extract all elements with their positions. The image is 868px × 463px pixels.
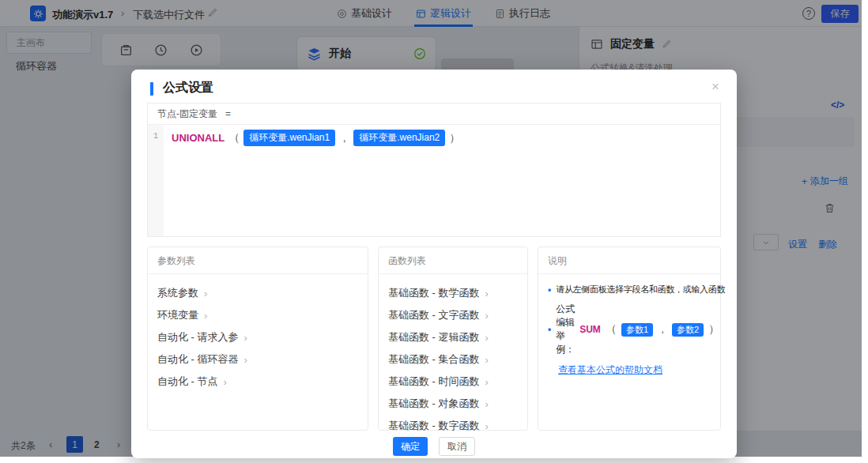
param-item-request-input[interactable]: 自动化 - 请求入参› bbox=[157, 326, 358, 348]
param-item-loop-container[interactable]: 自动化 - 循环容器› bbox=[157, 348, 358, 371]
param-item-label: 自动化 - 请求入参 bbox=[157, 330, 239, 344]
function-list: 基础函数 - 数学函数› 基础函数 - 文字函数› 基础函数 - 逻辑函数› 基… bbox=[379, 274, 527, 445]
function-item-object[interactable]: 基础函数 - 对象函数› bbox=[388, 393, 518, 415]
close-paren: ） bbox=[449, 131, 460, 145]
chevron-right-icon: › bbox=[224, 376, 227, 388]
function-list-panel: 函数列表 基础函数 - 数学函数› 基础函数 - 文字函数› 基础函数 - 逻辑… bbox=[378, 247, 528, 431]
line-number-gutter: 1 bbox=[148, 125, 164, 236]
function-item-math[interactable]: 基础函数 - 数学函数› bbox=[388, 282, 518, 304]
chevron-right-icon: › bbox=[485, 398, 489, 410]
bullet-icon: • bbox=[548, 324, 551, 335]
chevron-right-icon: › bbox=[244, 332, 247, 344]
function-item-time[interactable]: 基础函数 - 时间函数› bbox=[388, 371, 518, 393]
param-item-label: 系统参数 bbox=[157, 286, 198, 300]
formula-editor: 节点-固定变量 = 1 UNIONALL （ 循环变量.wenJian1 ， 循… bbox=[147, 103, 721, 237]
parameter-list: 系统参数› 环境变量› 自动化 - 请求入参› 自动化 - 循环容器› 自动化 … bbox=[148, 274, 368, 401]
parameter-list-panel: 参数列表 系统参数› 环境变量› 自动化 - 请求入参› 自动化 - 循环容器›… bbox=[147, 247, 368, 431]
example-arg-chip: 参数2 bbox=[672, 323, 704, 337]
comma: ， bbox=[658, 323, 667, 337]
function-item-text[interactable]: 基础函数 - 文字函数› bbox=[388, 304, 518, 326]
param-item-label: 环境变量 bbox=[157, 308, 198, 322]
chevron-right-icon: › bbox=[204, 310, 207, 322]
chevron-right-icon: › bbox=[244, 354, 247, 366]
equals-sign: = bbox=[225, 108, 231, 119]
function-item-label: 基础函数 - 数学函数 bbox=[388, 286, 480, 300]
title-accent-bar bbox=[150, 82, 153, 96]
bullet-icon: • bbox=[548, 284, 551, 295]
param-item-node[interactable]: 自动化 - 节点› bbox=[157, 371, 358, 393]
function-item-number[interactable]: 基础函数 - 数字函数› bbox=[388, 415, 518, 437]
modal-footer: 确定 取消 bbox=[131, 437, 737, 456]
panel-title: 参数列表 bbox=[148, 247, 368, 273]
formula-target-label: 节点-固定变量 bbox=[157, 107, 217, 121]
function-item-collection[interactable]: 基础函数 - 集合函数› bbox=[388, 348, 518, 371]
param-item-system[interactable]: 系统参数› bbox=[157, 282, 358, 304]
tip-example-prefix: 公式编辑举例： bbox=[556, 303, 575, 356]
function-item-label: 基础函数 - 数字函数 bbox=[388, 419, 480, 433]
function-item-label: 基础函数 - 文字函数 bbox=[388, 308, 480, 322]
help-tips: • 请从左侧面板选择字段名和函数，或输入函数 • 公式编辑举例： SUM （ 参… bbox=[538, 274, 720, 386]
panel-title: 函数列表 bbox=[379, 247, 527, 273]
tip-line-2: • 公式编辑举例： SUM （ 参数1 ， 参数2 ） bbox=[548, 303, 711, 356]
open-paren: （ bbox=[606, 322, 617, 337]
function-item-label: 基础函数 - 对象函数 bbox=[388, 397, 480, 411]
formula-line: UNIONALL （ 循环变量.wenJian1 ， 循环变量.wenJian2… bbox=[172, 130, 712, 146]
chevron-right-icon: › bbox=[485, 354, 489, 366]
chevron-right-icon: › bbox=[485, 288, 489, 299]
variable-chip[interactable]: 循环变量.wenJian2 bbox=[353, 130, 445, 146]
param-item-label: 自动化 - 循环容器 bbox=[157, 352, 239, 367]
formula-settings-modal: 公式设置 × 节点-固定变量 = 1 UNIONALL （ 循环变量.wenJi… bbox=[131, 70, 737, 458]
confirm-button[interactable]: 确定 bbox=[393, 437, 428, 456]
variable-chip[interactable]: 循环变量.wenJian1 bbox=[243, 130, 335, 146]
code-input[interactable]: UNIONALL （ 循环变量.wenJian1 ， 循环变量.wenJian2… bbox=[164, 125, 720, 236]
function-item-label: 基础函数 - 集合函数 bbox=[388, 352, 480, 367]
function-keyword: UNIONALL bbox=[172, 132, 225, 144]
function-item-label: 基础函数 - 时间函数 bbox=[388, 375, 480, 389]
close-icon[interactable]: × bbox=[711, 80, 719, 93]
function-item-logic[interactable]: 基础函数 - 逻辑函数› bbox=[388, 326, 518, 348]
panel-title: 说明 bbox=[538, 247, 720, 273]
tip-line-1: • 请从左侧面板选择字段名和函数，或输入函数 bbox=[548, 284, 711, 295]
chevron-right-icon: › bbox=[485, 310, 489, 322]
modal-title: 公式设置 bbox=[163, 80, 213, 96]
tip-text: 请从左侧面板选择字段名和函数，或输入函数 bbox=[556, 284, 725, 295]
example-arg-chip: 参数1 bbox=[621, 323, 653, 337]
chevron-right-icon: › bbox=[485, 332, 489, 344]
cancel-button[interactable]: 取消 bbox=[439, 437, 475, 456]
chevron-right-icon: › bbox=[485, 376, 489, 388]
help-doc-link[interactable]: 查看基本公式的帮助文档 bbox=[558, 363, 662, 377]
example-function-keyword: SUM bbox=[579, 324, 601, 335]
formula-code-area[interactable]: 1 UNIONALL （ 循环变量.wenJian1 ， 循环变量.wenJia… bbox=[148, 125, 720, 236]
function-item-label: 基础函数 - 逻辑函数 bbox=[388, 330, 480, 344]
param-item-env[interactable]: 环境变量› bbox=[157, 304, 358, 326]
comma: ， bbox=[339, 131, 349, 145]
formula-target-row: 节点-固定变量 = bbox=[148, 104, 720, 125]
param-item-label: 自动化 - 节点 bbox=[157, 375, 218, 389]
close-paren: ） bbox=[708, 322, 719, 337]
help-panel: 说明 • 请从左侧面板选择字段名和函数，或输入函数 • 公式编辑举例： SUM … bbox=[538, 247, 721, 431]
open-paren: （ bbox=[228, 131, 240, 145]
chevron-right-icon: › bbox=[485, 420, 489, 432]
chevron-right-icon: › bbox=[204, 288, 207, 299]
